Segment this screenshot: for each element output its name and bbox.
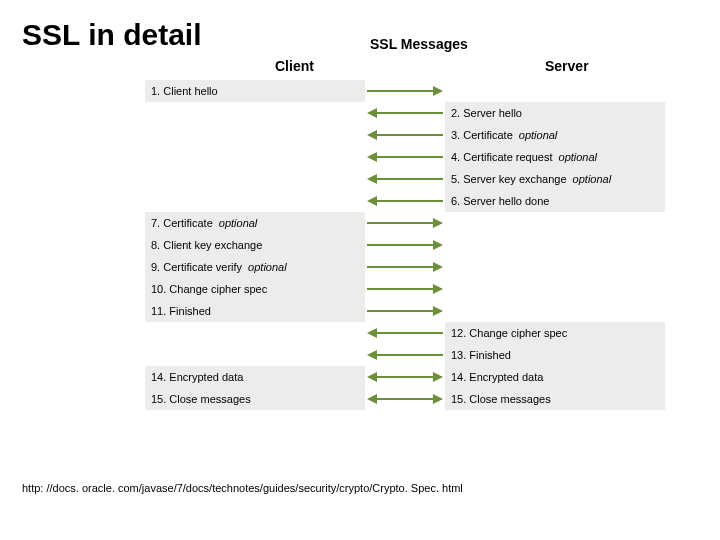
column-header-server: Server [545,58,589,74]
svg-marker-9 [367,174,377,184]
arrow-left-icon [367,102,443,124]
svg-marker-21 [433,306,443,316]
arrow-right-icon [367,234,443,256]
svg-marker-27 [433,372,443,382]
msg-client-hello: 1. Client hello [145,80,365,102]
svg-marker-3 [367,108,377,118]
msg-server-block-1: 2. Server hello 3. Certificateoptional 4… [445,102,665,212]
arrow-left-icon [367,168,443,190]
arrow-left-icon [367,322,443,344]
svg-marker-23 [367,328,377,338]
arrow-right-icon [367,80,443,102]
arrow-right-icon [367,212,443,234]
arrow-both-icon [367,388,443,410]
svg-marker-15 [433,240,443,250]
msg-server-block-2: 12. Change cipher spec 13. Finished [445,322,665,366]
page-title: SSL in detail [22,18,698,52]
arrow-left-icon [367,190,443,212]
arrow-right-icon [367,300,443,322]
msg-client-block-2: 7. Certificateoptional 8. Client key exc… [145,212,365,322]
svg-marker-13 [433,218,443,228]
svg-marker-11 [367,196,377,206]
arrow-left-icon [367,344,443,366]
svg-marker-28 [367,372,377,382]
svg-marker-17 [433,262,443,272]
ssl-sequence-diagram: 1. Client hello 2. Server hello 3. Certi… [145,80,665,414]
svg-marker-31 [367,394,377,404]
arrow-right-icon [367,256,443,278]
svg-marker-5 [367,130,377,140]
arrow-left-icon [367,124,443,146]
svg-marker-19 [433,284,443,294]
column-header-client: Client [275,58,314,74]
svg-marker-1 [433,86,443,96]
arrow-left-icon [367,146,443,168]
svg-marker-30 [433,394,443,404]
arrow-right-icon [367,278,443,300]
footer-url: http: //docs. oracle. com/javase/7/docs/… [22,482,463,494]
arrow-both-icon [367,366,443,388]
svg-marker-7 [367,152,377,162]
svg-marker-25 [367,350,377,360]
diagram-subtitle: SSL Messages [370,36,468,52]
